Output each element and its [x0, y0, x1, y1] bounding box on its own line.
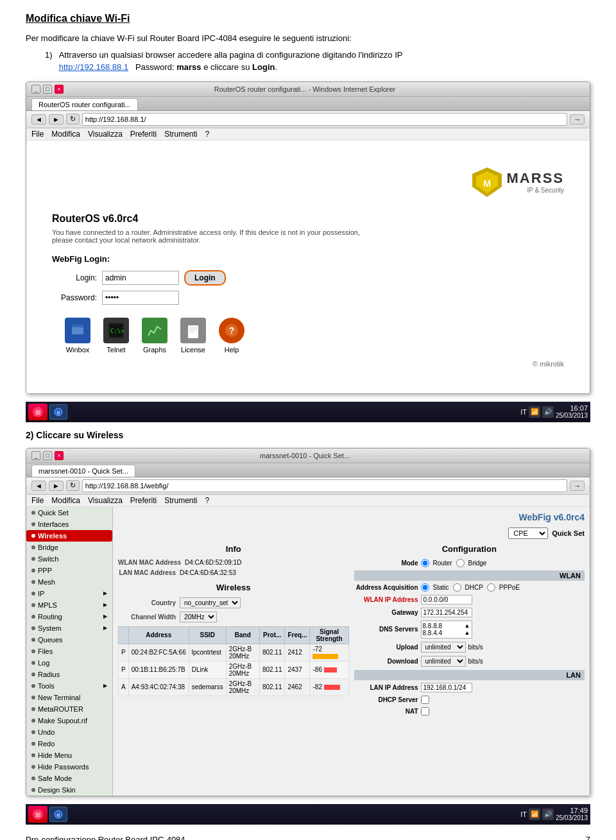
sidebar-item-undo[interactable]: Undo — [26, 726, 112, 738]
forward-button-2[interactable]: ► — [49, 481, 64, 491]
sidebar-item-routing[interactable]: Routing ▶ — [26, 611, 112, 622]
tool-telnet[interactable]: C:\>_ Telnet — [103, 318, 129, 354]
maximize-button-2[interactable]: □ — [43, 451, 52, 460]
minimize-button-2[interactable]: _ — [31, 451, 40, 460]
go-button-2[interactable]: → — [570, 481, 585, 491]
step1-url-link[interactable]: http://192.168.88.1 — [59, 62, 128, 72]
download-select[interactable]: unlimited — [421, 656, 466, 667]
sidebar-item-log[interactable]: Log — [26, 657, 112, 669]
menu-file-2[interactable]: File — [31, 496, 44, 505]
taskbar-ie-btn-2[interactable]: e — [49, 807, 67, 822]
marss-logo-area: M MARSS IP & Security — [52, 166, 564, 200]
signal-bar-3 — [324, 685, 340, 690]
taskbar-ie-btn[interactable]: e — [49, 404, 67, 420]
sidebar-item-interfaces[interactable]: Interfaces — [26, 519, 112, 530]
start-button-2[interactable]: ⊞ — [28, 806, 47, 823]
gateway-input[interactable] — [421, 608, 472, 617]
sidebar-item-ip[interactable]: IP ▶ — [26, 588, 112, 599]
mode-bridge-radio[interactable] — [456, 559, 465, 567]
upload-select[interactable]: unlimited — [421, 642, 466, 653]
maximize-button[interactable]: □ — [43, 85, 52, 94]
menu-preferiti[interactable]: Preferiti — [130, 130, 157, 139]
back-button-2[interactable]: ◄ — [31, 481, 46, 491]
sidebar-item-bridge[interactable]: Bridge — [26, 542, 112, 553]
mode-router-label: Router — [433, 560, 452, 567]
menu-strumenti-2[interactable]: Strumenti — [164, 496, 197, 505]
tool-license[interactable]: License — [180, 318, 206, 354]
password-row: Password: — [52, 291, 564, 305]
minimize-button[interactable]: _ — [31, 85, 40, 94]
sidebar-item-tools[interactable]: Tools ▶ — [26, 680, 112, 692]
table-row: P 00:24:B2:FC:5A:66 lpcontrtest 2GHz-B 2… — [119, 644, 349, 661]
channel-width-label: Channel Width — [118, 613, 176, 621]
col-signal: Signal Strength — [310, 626, 348, 644]
dhcp-radio[interactable] — [453, 583, 461, 592]
tool-graphs[interactable]: Graphs — [142, 318, 167, 354]
dns2-down-arrow[interactable]: ▲ — [465, 630, 470, 636]
table-row: P 00:1B:11:B6:25:7B DLink 2GHz-B 20MHz 8… — [119, 661, 349, 678]
menu-modifica[interactable]: Modifica — [51, 130, 80, 139]
sidebar-item-redo[interactable]: Redo — [26, 738, 112, 750]
menu-help[interactable]: ? — [205, 130, 210, 139]
sidebar-item-radius[interactable]: Radius — [26, 669, 112, 680]
dns1-up-arrow[interactable]: ▲ — [465, 622, 470, 629]
start-button-1[interactable]: ⊞ — [28, 404, 47, 420]
sidebar-item-queues[interactable]: Queues — [26, 634, 112, 646]
download-label: Download — [354, 658, 418, 665]
refresh-button-2[interactable]: ↻ — [66, 480, 80, 491]
tool-winbox[interactable]: Winbox — [65, 318, 90, 354]
url-bar-1[interactable] — [82, 113, 567, 126]
marss-brand-sub: IP & Security — [507, 187, 564, 194]
sidebar-item-system[interactable]: System ▶ — [26, 622, 112, 634]
refresh-button[interactable]: ↻ — [66, 114, 80, 124]
login-button[interactable]: Login — [184, 270, 226, 286]
sidebar-item-ppp[interactable]: PPP — [26, 565, 112, 576]
country-select[interactable]: no_country_set — [180, 597, 241, 608]
sidebar-item-quickset[interactable]: Quick Set — [26, 507, 112, 519]
sidebar-item-hidemenu[interactable]: Hide Menu — [26, 750, 112, 761]
password-input[interactable] — [102, 291, 179, 305]
menu-modifica-2[interactable]: Modifica — [51, 496, 80, 505]
static-radio[interactable] — [421, 583, 429, 592]
sidebar-item-wireless[interactable]: Wireless — [26, 530, 112, 542]
sidebar-item-metarouter[interactable]: MetaROUTER — [26, 703, 112, 715]
lan-ip-input[interactable] — [421, 683, 472, 692]
forward-button[interactable]: ► — [49, 114, 64, 124]
wlan-ip-input[interactable] — [421, 595, 472, 604]
sidebar-item-files[interactable]: Files — [26, 646, 112, 657]
pppoe-radio[interactable] — [487, 583, 495, 592]
close-button[interactable]: × — [55, 85, 64, 94]
menu-visualizza-2[interactable]: Visualizza — [88, 496, 123, 505]
menu-strumenti[interactable]: Strumenti — [164, 130, 197, 139]
mode-router-radio[interactable] — [421, 559, 429, 567]
tool-help[interactable]: ? Help — [219, 318, 244, 354]
back-button[interactable]: ◄ — [31, 114, 46, 124]
sidebar-item-safemode[interactable]: Safe Mode — [26, 773, 112, 784]
go-button[interactable]: → — [570, 114, 585, 124]
menu-visualizza[interactable]: Visualizza — [88, 130, 123, 139]
channel-width-select[interactable]: 20MHz — [180, 612, 217, 622]
menu-file[interactable]: File — [31, 130, 44, 139]
menu-preferiti-2[interactable]: Preferiti — [130, 496, 157, 505]
sidebar-item-designskin[interactable]: Design Skin — [26, 784, 112, 796]
login-input[interactable] — [102, 271, 179, 285]
close-button-2[interactable]: × — [55, 451, 64, 460]
sidebar-item-mesh[interactable]: Mesh — [26, 576, 112, 588]
sidebar-item-makesupout[interactable]: Make Supout.rif — [26, 715, 112, 726]
dhcp-checkbox[interactable] — [421, 696, 429, 704]
tab-webfig[interactable]: marssnet-0010 - Quick Set... — [31, 465, 135, 477]
login-row: Login: Login — [52, 270, 564, 286]
nat-checkbox[interactable] — [421, 707, 429, 716]
sidebar-item-switch[interactable]: Switch — [26, 553, 112, 565]
sidebar-item-new-terminal[interactable]: New Terminal — [26, 692, 112, 703]
hidepass-dot — [31, 765, 35, 769]
menu-help-2[interactable]: ? — [205, 496, 210, 505]
quickset-select[interactable]: CPE Router Bridge — [508, 527, 548, 539]
tab-routeros[interactable]: RouterOS router configurati... — [31, 98, 138, 110]
taskbar-clock-2: 17:49 25/03/2013 — [556, 807, 588, 821]
hidemenu-dot — [31, 753, 35, 757]
designskin-dot — [31, 788, 35, 792]
url-bar-2[interactable] — [82, 479, 567, 492]
sidebar-item-hidepasswords[interactable]: Hide Passwords — [26, 761, 112, 773]
sidebar-item-mpls[interactable]: MPLS ▶ — [26, 599, 112, 611]
